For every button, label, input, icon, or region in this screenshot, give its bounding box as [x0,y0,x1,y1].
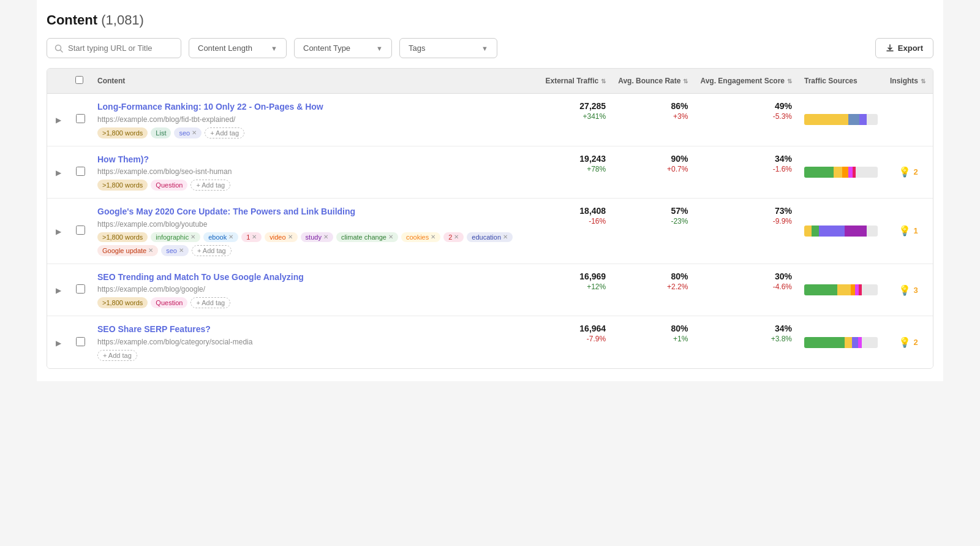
select-all-checkbox[interactable] [75,76,83,84]
tag-remove-icon[interactable]: ✕ [454,233,459,240]
engagement-score-cell: 49% -5.3% [694,94,798,146]
export-button[interactable]: Export [875,38,933,58]
insights-cell: 💡 1 [884,199,933,264]
insight-badge[interactable]: 💡 2 [899,336,918,348]
traffic-value: 16,964 [545,324,606,333]
tag: 1✕ [241,232,262,242]
bounce-value: 80% [618,324,688,333]
tags-row: >1,800 wordsListseo✕+ Add tag [97,127,532,138]
content-type-dropdown[interactable]: Content Type ▼ [294,38,392,58]
lightbulb-icon: 💡 [899,284,911,296]
add-tag-button[interactable]: + Add tag [192,245,232,256]
content-length-dropdown[interactable]: Content Length ▼ [189,38,287,58]
insights-cell: 💡 2 [884,316,933,368]
tag-remove-icon[interactable]: ✕ [148,247,153,254]
content-cell: SEO Trending and Match To Use Google Ana… [91,264,538,316]
tag-remove-icon[interactable]: ✕ [323,233,328,240]
add-tag-button[interactable]: + Add tag [190,180,230,191]
content-title[interactable]: Long-Formance Ranking: 10 Only 22 - On-P… [97,101,532,113]
expand-button[interactable]: ▶ [56,169,61,177]
engagement-score-cell: 73% -9.9% [694,199,798,264]
tags-label: Tags [409,44,425,53]
engagement-score-cell: 34% +3.8% [694,316,798,368]
engagement-score-cell: 30% -4.6% [694,264,798,316]
content-title[interactable]: How Them)? [97,154,532,166]
sort-icon[interactable]: ⇅ [787,78,792,85]
row-checkbox[interactable] [76,284,85,294]
content-cell: Long-Formance Ranking: 10 Only 22 - On-P… [91,94,538,146]
expand-cell: ▶ [47,199,69,264]
tag-remove-icon[interactable]: ✕ [252,233,257,240]
th-expand [47,69,69,94]
table-row: ▶ SEO Share SERP Features? https://examp… [47,316,933,368]
expand-cell: ▶ [47,264,69,316]
sort-icon[interactable]: ⇅ [683,78,688,85]
tag: Question [151,297,187,308]
tags-row: >1,800 wordsQuestion+ Add tag [97,180,532,191]
tag-remove-icon[interactable]: ✕ [503,233,508,240]
th-external-traffic-label: External Traffic [545,77,598,85]
content-cell: Google's May 2020 Core Update: The Power… [91,199,538,264]
expand-button[interactable]: ▶ [56,339,61,347]
traffic-sources-cell [798,316,884,368]
add-tag-button[interactable]: + Add tag [97,350,137,361]
tag-remove-icon[interactable]: ✕ [179,247,184,254]
bounce-change: +3% [618,112,688,121]
bounce-rate-cell: 86% +3% [612,94,694,146]
tag-remove-icon[interactable]: ✕ [228,233,233,240]
row-checkbox[interactable] [76,114,85,123]
bounce-change: +0.7% [618,165,688,173]
insight-count: 1 [913,226,918,235]
content-title[interactable]: SEO Trending and Match To Use Google Ana… [97,271,532,284]
th-content: Content [91,69,538,94]
engagement-value: 49% [700,101,792,111]
row-checkbox[interactable] [76,337,85,346]
table-body: ▶ Long-Formance Ranking: 10 Only 22 - On… [47,94,933,368]
content-title[interactable]: SEO Share SERP Features? [97,324,532,336]
tag-remove-icon[interactable]: ✕ [190,233,195,240]
th-engagement: Avg. Engagement Score ⇅ [694,69,798,94]
traffic-bar-segment [852,337,858,348]
insight-count: 2 [913,167,918,176]
tag-remove-icon[interactable]: ✕ [192,129,197,136]
page-wrapper: Content (1,081) Content Length ▼ Content… [37,0,943,381]
tag-remove-icon[interactable]: ✕ [288,233,293,240]
tag-remove-icon[interactable]: ✕ [431,233,435,240]
traffic-bar-segment [862,337,878,348]
expand-button[interactable]: ▶ [56,227,61,236]
external-traffic-cell: 27,285 +341% [538,94,612,146]
content-length-label: Content Length [198,44,252,53]
traffic-bar-segment [804,337,845,348]
expand-button[interactable]: ▶ [56,116,61,124]
tag: climate change✕ [336,232,398,242]
traffic-bar-segment [851,284,855,295]
chevron-down-icon: ▼ [271,45,277,52]
th-insights-label: Insights [890,77,918,85]
tag-remove-icon[interactable]: ✕ [388,233,393,240]
tags-dropdown[interactable]: Tags ▼ [399,38,497,58]
engagement-change: -1.6% [700,165,792,173]
sort-icon[interactable]: ⇅ [921,78,925,85]
traffic-bar-segment [856,167,878,178]
row-checkbox[interactable] [76,226,85,235]
row-checkbox[interactable] [76,167,85,176]
tag: infographic✕ [151,232,200,242]
sort-icon[interactable]: ⇅ [601,78,606,85]
content-type-label: Content Type [303,44,350,53]
search-box[interactable] [47,38,181,58]
engagement-value: 73% [700,206,792,216]
add-tag-button[interactable]: + Add tag [205,127,244,138]
content-title[interactable]: Google's May 2020 Core Update: The Power… [97,206,532,218]
search-input[interactable] [68,44,173,53]
tag: >1,800 words [97,180,148,191]
traffic-change: +341% [545,112,606,121]
lightbulb-icon: 💡 [899,336,911,348]
insight-badge[interactable]: 💡 3 [899,284,918,296]
insight-badge[interactable]: 💡 2 [899,166,918,178]
table-row: ▶ SEO Trending and Match To Use Google A… [47,264,933,316]
insight-count: 3 [913,286,918,295]
tag: ebook✕ [203,232,238,242]
add-tag-button[interactable]: + Add tag [190,297,230,308]
insight-badge[interactable]: 💡 1 [899,225,918,237]
expand-button[interactable]: ▶ [56,286,61,295]
